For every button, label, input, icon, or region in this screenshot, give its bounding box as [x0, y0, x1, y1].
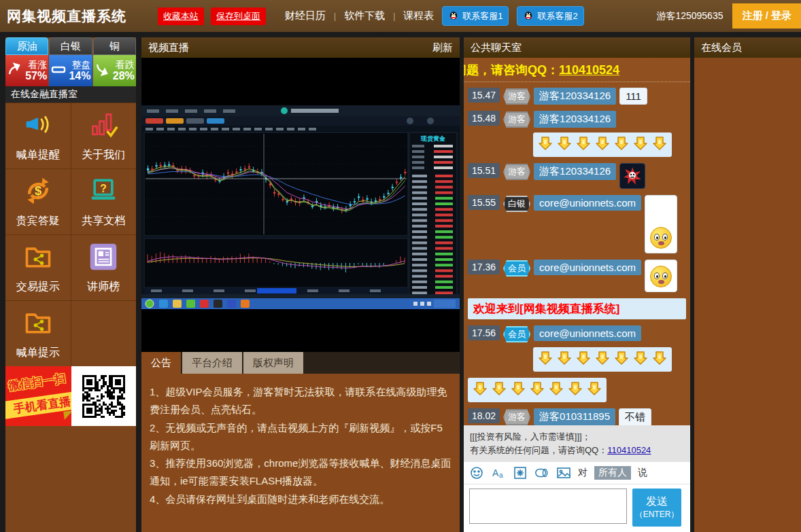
bookmark-site-button[interactable]: 收藏本站: [158, 7, 204, 25]
sentiment-label: 看跌: [116, 60, 135, 70]
menu-item-label: 喊单提示: [16, 346, 60, 360]
site-title: 网集视频直播系统: [7, 7, 126, 26]
contact-service1-label: 联系客服1: [462, 10, 502, 22]
face-emoticon: [650, 266, 672, 287]
sentiment-arrow-up[interactable]: 看涨57%: [5, 55, 48, 86]
down-arrow-emoticon: [651, 135, 668, 154]
chat-message-row: 15.51游客游客120334126: [468, 163, 686, 189]
chat-message-row: 15.55白银core@unionnets.com: [468, 195, 686, 253]
nav-link-1[interactable]: 软件下载: [344, 10, 385, 22]
down-arrow-emoticon: [613, 350, 630, 369]
down-arrow-emoticon: [548, 380, 564, 400]
menu-item-7[interactable]: 喊单提示: [5, 301, 71, 366]
metal-tab-2[interactable]: 铜: [93, 37, 136, 55]
newspaper-icon: [88, 242, 118, 274]
announcement-tabs: 公告平台介绍版权声明: [141, 352, 460, 374]
message-sender[interactable]: core@unionnets.com: [534, 195, 641, 211]
message-sender[interactable]: core@unionnets.com: [534, 325, 641, 341]
chat-input-area: 发送 （ENTER）: [464, 484, 690, 532]
image-icon[interactable]: [556, 465, 571, 480]
chat-message-row: 15.47游客游客120334126111: [468, 88, 686, 105]
message-sender[interactable]: 游客120334126: [534, 88, 616, 105]
font-style-icon[interactable]: Aa: [491, 465, 506, 480]
sentiment-value: 57%: [25, 70, 47, 82]
flat-icon: [50, 61, 67, 80]
disclaimer-qq-link[interactable]: 110410524: [607, 445, 651, 455]
down-arrow-emoticon: [472, 380, 488, 400]
menu-item-1[interactable]: 喊单提醒: [5, 103, 71, 169]
refresh-video-button[interactable]: 刷新: [432, 41, 453, 54]
wechat-banner-text: 微信扫一扫 手机看直播: [5, 366, 71, 426]
sentiment-label: 整盘: [72, 60, 91, 70]
chat-message-list[interactable]: 15.47游客游客12033412611115.48游客游客1203341261…: [464, 82, 690, 425]
members-panel-title: 在线会员: [694, 37, 801, 58]
menu-item-label: 关于我们: [82, 148, 125, 162]
guest-id: 游客125095635: [656, 10, 723, 22]
role-badge-guest: 游客: [503, 88, 530, 105]
video-player[interactable]: 现货黄金: [141, 58, 460, 352]
sentiment-arrow-down[interactable]: 看跌28%: [93, 55, 136, 86]
menu-item-label: 贵宾答疑: [16, 214, 60, 228]
wechat-line1: 微信扫一扫: [7, 370, 67, 394]
message-time: 15.48: [468, 111, 500, 126]
video-panel-title: 视频直播: [148, 41, 189, 54]
video-panel: 视频直播 刷新 现货黄金 公告平台介绍版权声明 1、超级VIP会员服务，游客暂时…: [141, 37, 460, 532]
message-sender[interactable]: 游客120334126: [534, 111, 616, 128]
contact-service2-button[interactable]: 联系客服2: [517, 6, 583, 26]
message-time: 15.51: [468, 163, 500, 178]
register-login-button[interactable]: 注册 / 登录: [732, 3, 801, 29]
qq-penguin-icon: [448, 10, 459, 22]
menu-item-4[interactable]: ?共享文档: [71, 169, 137, 234]
chat-toolbar: Aa 对 所有人 说: [464, 462, 690, 484]
metal-tabs: 原油白银铜: [5, 37, 136, 55]
announcement-tab-2[interactable]: 版权声明: [243, 352, 303, 374]
down-arrow-emoticon: [556, 350, 573, 369]
down-arrow-emoticon: [510, 380, 526, 400]
nav-separator: |: [334, 12, 336, 21]
nav-link-0[interactable]: 财经日历: [285, 10, 326, 22]
message-sender[interactable]: 游客120334126: [534, 163, 616, 180]
menu-item-2[interactable]: 关于我们: [71, 103, 137, 169]
menu-item-label: 共享文档: [82, 214, 125, 228]
message-sender[interactable]: 游客010311895: [534, 408, 615, 425]
message-sender[interactable]: core@unionnets.com: [534, 260, 641, 275]
menu-item-label: 讲师榜: [87, 280, 120, 294]
announcement-tab-0[interactable]: 公告: [141, 352, 181, 374]
role-badge-member: 会员: [503, 326, 530, 342]
animated-emoticon: [619, 163, 645, 189]
menu-empty-cell: [71, 301, 137, 366]
message-time: 17.36: [468, 260, 500, 274]
horn-icon[interactable]: [534, 465, 549, 480]
svg-text:现货黄金: 现货黄金: [420, 135, 446, 142]
role-badge-guest: 游客: [503, 409, 530, 425]
magic-expression-icon[interactable]: [513, 465, 528, 480]
arrow-emoticons-bubble: [468, 378, 607, 402]
sidebar-menu: 喊单提醒关于我们$贵宾答疑?共享文档交易提示讲师榜喊单提示: [5, 103, 136, 366]
laptop-question-icon: ?: [88, 176, 118, 209]
menu-item-label: 交易提示: [16, 280, 60, 294]
marquee-qq-link[interactable]: 110410524: [559, 63, 619, 77]
marquee-text: 问题，请咨询QQ：: [464, 63, 559, 77]
audience-selector[interactable]: 所有人: [594, 466, 631, 480]
save-to-desktop-button[interactable]: 保存到桌面: [211, 7, 266, 25]
menu-item-3[interactable]: $贵宾答疑: [5, 169, 71, 234]
arrow-up-icon: [7, 61, 23, 80]
sentiment-flat[interactable]: 整盘14%: [49, 55, 92, 86]
down-arrow-emoticon: [491, 380, 507, 400]
menu-item-6[interactable]: 讲师榜: [71, 235, 137, 300]
nav-link-2[interactable]: 课程表: [403, 10, 434, 22]
emoticon-icon[interactable]: [469, 465, 484, 480]
message-time: 18.02: [468, 408, 500, 423]
announcement-tab-1[interactable]: 平台介绍: [182, 352, 242, 374]
down-arrow-emoticon: [586, 380, 602, 400]
metal-tab-0[interactable]: 原油: [5, 37, 48, 55]
contact-service1-button[interactable]: 联系客服1: [442, 6, 509, 26]
metal-tab-1[interactable]: 白银: [49, 37, 92, 55]
chat-message-row: [468, 378, 686, 402]
svg-text:a: a: [499, 472, 503, 479]
menu-item-5[interactable]: 交易提示: [5, 235, 71, 300]
role-badge-member: 会员: [503, 260, 530, 277]
send-button[interactable]: 发送 （ENTER）: [632, 489, 681, 527]
message-time: 15.47: [468, 88, 500, 103]
chat-message-input[interactable]: [469, 489, 627, 524]
